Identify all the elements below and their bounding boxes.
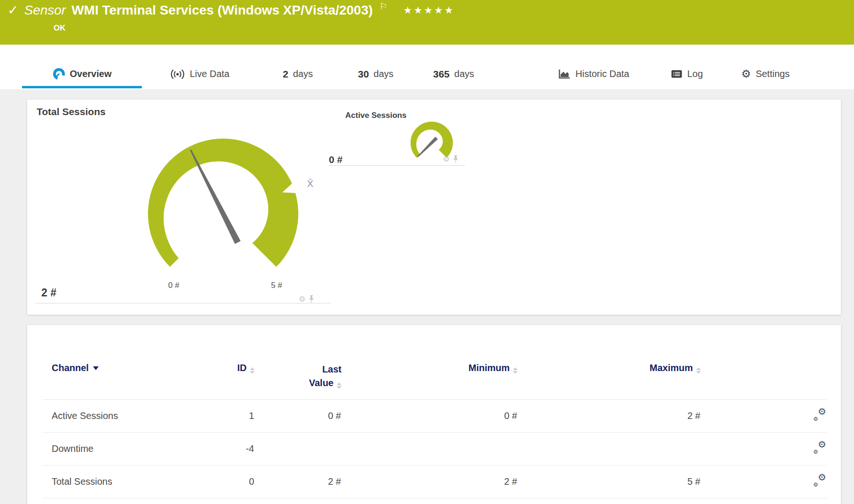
column-header-last-value[interactable]: Last Value: [255, 325, 342, 400]
tab-number: 30: [358, 69, 369, 80]
tab-label: Live Data: [190, 69, 230, 79]
tab-30-days[interactable]: 30 days: [358, 59, 394, 89]
gauge-title-active-sessions: Active Sessions: [345, 111, 406, 120]
column-label: Minimum: [468, 363, 510, 373]
sensor-status-header: ✓ Sensor WMI Terminal Services (Windows …: [0, 0, 854, 45]
tab-number: 365: [433, 69, 450, 80]
pin-icon[interactable]: [309, 295, 314, 303]
total-sessions-gauge: X̄: [134, 134, 322, 291]
column-header-actions: [701, 325, 827, 400]
page-title: WMI Terminal Services (Windows XP/Vista/…: [71, 3, 373, 18]
channel-table: Channel ID Last Value Minimum Maximum: [42, 325, 827, 498]
maximum-cell: 2 #: [518, 400, 701, 433]
tab-label: Historic Data: [575, 69, 629, 79]
priority-stars[interactable]: ★★★★★: [404, 5, 455, 16]
column-header-maximum[interactable]: Maximum: [518, 325, 701, 400]
active-sessions-gauge: [404, 118, 466, 172]
minimum-cell: 2 #: [342, 465, 518, 498]
sort-arrows-icon: [250, 367, 255, 374]
table-row: Active Sessions 1 0 # 0 # 2 # ⚙⚙: [42, 400, 827, 433]
tab-label: days: [454, 69, 474, 79]
flag-icon[interactable]: ⚐: [380, 1, 388, 12]
channel-settings-icon[interactable]: ⚙⚙: [813, 409, 826, 421]
gauge-needle: [417, 137, 437, 158]
actions-cell: ⚙⚙: [701, 433, 827, 465]
gauges-panel: Total Sessions X̄ 2 # 0 # 5 # ⚙ Active S…: [27, 100, 841, 315]
tab-bar: Overview Live Data 2 days 30 days 365 da…: [0, 45, 854, 89]
tab-label: days: [373, 69, 393, 79]
gauge-title-total-sessions: Total Sessions: [37, 106, 106, 117]
tab-label: Log: [687, 69, 703, 79]
column-header-channel[interactable]: Channel: [42, 325, 202, 400]
gauge-current-value: 2 #: [41, 287, 56, 299]
tab-log[interactable]: Log: [671, 59, 703, 89]
status-check-icon: ✓: [8, 4, 18, 17]
column-label: Channel: [52, 363, 89, 373]
minimum-cell: [342, 433, 518, 465]
sort-arrows-icon: [513, 367, 518, 374]
actions-cell: ⚙⚙: [701, 400, 827, 433]
gauge-icon: [53, 68, 65, 80]
channel-cell: Total Sessions: [42, 465, 202, 498]
channel-cell: Active Sessions: [42, 400, 202, 433]
tab-settings[interactable]: ⚙ Settings: [741, 59, 790, 89]
sensor-title-line: ✓ Sensor WMI Terminal Services (Windows …: [8, 3, 455, 18]
last-value-cell: 0 #: [255, 400, 342, 433]
channel-table-panel: Channel ID Last Value Minimum Maximum: [27, 325, 841, 504]
tab-live-data[interactable]: Live Data: [170, 59, 230, 89]
gauge-tile-controls: ⚙: [299, 295, 314, 303]
id-cell: 0: [202, 465, 255, 498]
id-cell: 1: [202, 400, 255, 433]
maximum-cell: 5 #: [518, 465, 701, 498]
gear-icon[interactable]: ⚙: [299, 295, 305, 303]
tab-historic-data[interactable]: Historic Data: [558, 59, 629, 89]
id-cell: -4: [202, 433, 255, 465]
tab-overview[interactable]: Overview: [22, 59, 142, 89]
broadcast-icon: [170, 69, 185, 80]
tab-label: Overview: [70, 69, 112, 79]
sorted-desc-arrow-icon: [93, 366, 99, 370]
column-header-minimum[interactable]: Minimum: [342, 325, 518, 400]
minimum-cell: 0 #: [342, 400, 518, 433]
gauge-min-label: 0 #: [168, 281, 179, 290]
gear-icon[interactable]: ⚙: [443, 155, 450, 163]
sort-arrows-icon: [337, 382, 342, 389]
tab-2-days[interactable]: 2 days: [283, 59, 313, 89]
channel-settings-icon[interactable]: ⚙⚙: [813, 442, 826, 454]
column-label: ID: [237, 363, 247, 373]
table-row: Total Sessions 0 2 # 2 # 5 # ⚙⚙: [42, 465, 827, 498]
tab-label: days: [293, 69, 313, 79]
status-badge: OK: [54, 23, 66, 33]
channel-cell: Downtime: [42, 433, 202, 465]
column-header-id[interactable]: ID: [202, 325, 255, 400]
table-header-row: Channel ID Last Value Minimum Maximum: [42, 325, 827, 400]
average-marker-label: X̄: [307, 178, 313, 189]
table-row: Downtime -4 ⚙⚙: [42, 433, 827, 465]
tab-365-days[interactable]: 365 days: [433, 59, 474, 89]
gear-icon: ⚙: [741, 69, 751, 79]
area-chart-icon: [558, 69, 571, 79]
log-icon: [671, 69, 683, 79]
tile-divider: [35, 303, 331, 303]
tab-number: 2: [283, 69, 288, 80]
gauge-tile-controls: ⚙: [443, 155, 458, 163]
object-type-label: Sensor: [24, 3, 66, 18]
actions-cell: ⚙⚙: [701, 465, 827, 498]
gauge-current-value: 0 #: [329, 154, 342, 165]
last-value-cell: 2 #: [255, 465, 342, 498]
maximum-cell: [518, 433, 701, 465]
sort-arrows-icon: [696, 367, 701, 374]
pin-icon[interactable]: [453, 155, 458, 163]
gauge-max-label: 5 #: [271, 281, 282, 290]
tab-label: Settings: [756, 69, 790, 79]
channel-settings-icon[interactable]: ⚙⚙: [813, 474, 826, 487]
last-value-cell: [255, 433, 342, 465]
column-label: Maximum: [650, 363, 693, 373]
tile-divider: [329, 165, 465, 166]
